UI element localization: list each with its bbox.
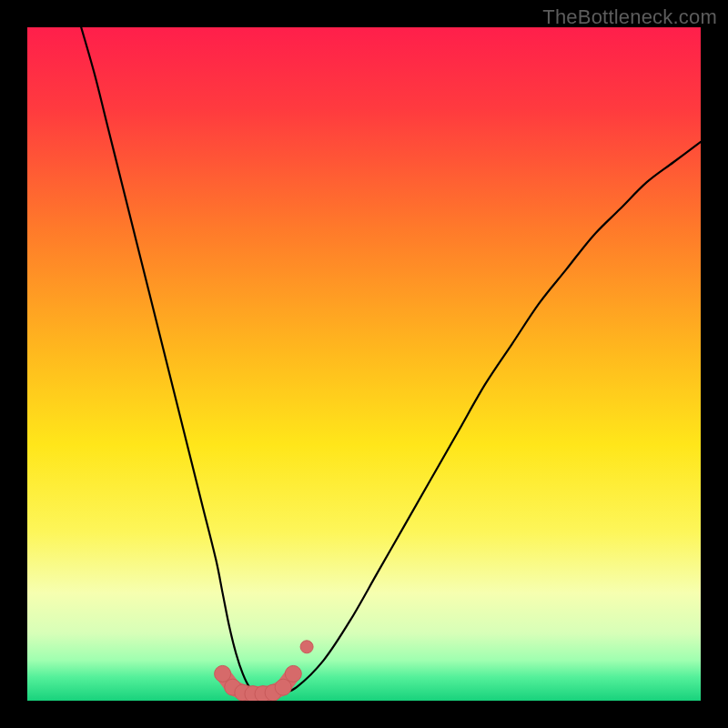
- plot-area: [27, 27, 701, 701]
- isolated-marker-group: [300, 641, 313, 653]
- marker-dot: [285, 665, 301, 682]
- bottleneck-curve: [81, 27, 701, 694]
- marker-dot: [300, 641, 313, 653]
- marker-dot: [215, 665, 231, 682]
- chart-frame: TheBottleneck.com: [0, 0, 728, 728]
- marker-dot: [275, 679, 291, 695]
- curve-layer: [27, 27, 701, 701]
- watermark-text: TheBottleneck.com: [542, 5, 717, 29]
- low-bottleneck-segment: [215, 665, 302, 701]
